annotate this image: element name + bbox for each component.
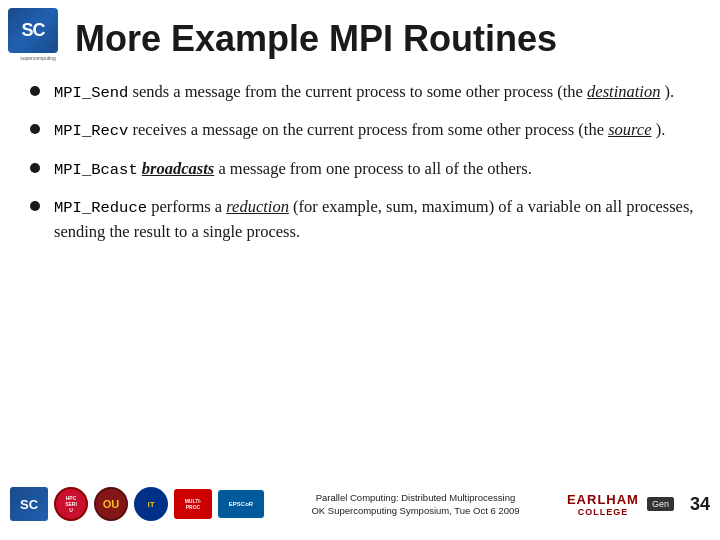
footer-text: Parallel Computing: Distributed Multipro… [264,491,567,518]
bullet-4-text-1: performs a [151,197,226,216]
content-area: MPI_Send sends a message from the curren… [30,80,700,460]
earlham-block: EARLHAM COLLEGE [567,492,639,517]
list-item: MPI_Send sends a message from the curren… [30,80,700,104]
sc-logo-box: SC [8,8,58,53]
bullet-text: MPI_Send sends a message from the curren… [54,80,700,104]
earlham-label: EARLHAM [567,492,639,507]
mpi-send-code: MPI_Send [54,84,128,102]
bullet-dot [30,86,40,96]
sc-logo-topleft: SC supercomputing [8,8,68,63]
footer-right: EARLHAM COLLEGE Gen 34 [567,492,710,517]
bullet-2-text-2: ). [656,120,666,139]
bullet-2-text-1: receives a message on the current proces… [133,120,609,139]
college-label: COLLEGE [567,507,639,517]
list-item: MPI_Reduce performs a reduction (for exa… [30,195,700,243]
bullet-4-reduction: reduction [226,197,289,216]
hpcseri-badge: HPCSERIU [54,487,88,521]
slide: SC supercomputing More Example MPI Routi… [0,0,720,540]
list-item: MPI_Bcast broadcasts a message from one … [30,157,700,181]
bullet-dot [30,201,40,211]
footer-logos: SC HPCSERIU OU iT MULTI-PROC EPSCoR [10,487,264,521]
footer: SC HPCSERIU OU iT MULTI-PROC EPSCoR Para… [0,468,720,540]
bullet-list: MPI_Send sends a message from the curren… [30,80,700,244]
bullet-1-text-2: ). [665,82,675,101]
epscor-badge: EPSCoR [218,490,264,518]
sc-tagline: supercomputing [8,55,68,61]
footer-line2: OK Supercomputing Symposium, Tue Oct 6 2… [264,504,567,517]
bullet-1-text-1: sends a message from the current process… [133,82,588,101]
bullet-3-broadcasts: broadcasts [142,159,214,178]
mpi-reduce-code: MPI_Reduce [54,199,147,217]
bullet-text: MPI_Bcast broadcasts a message from one … [54,157,700,181]
bullet-dot [30,124,40,134]
gen-badge: Gen [647,497,674,511]
mpi-bcast-code: MPI_Bcast [54,161,138,179]
bullet-dot [30,163,40,173]
it-badge: iT [134,487,168,521]
list-item: MPI_Recv receives a message on the curre… [30,118,700,142]
footer-line1: Parallel Computing: Distributed Multipro… [264,491,567,504]
bullet-3-text-2: a message from one process to all of the… [218,159,531,178]
bullet-text: MPI_Reduce performs a reduction (for exa… [54,195,700,243]
bullet-1-destination: destination [587,82,660,101]
page-number: 34 [690,494,710,515]
bu-badge: MULTI-PROC [174,489,212,519]
footer-sc-logo: SC [10,487,48,521]
bullet-2-source: source [608,120,651,139]
slide-title: More Example MPI Routines [75,18,700,60]
ou-badge: OU [94,487,128,521]
bullet-text: MPI_Recv receives a message on the curre… [54,118,700,142]
mpi-recv-code: MPI_Recv [54,122,128,140]
bullet-4-text-2: (for example, sum, maximum) of a variabl… [54,197,694,240]
